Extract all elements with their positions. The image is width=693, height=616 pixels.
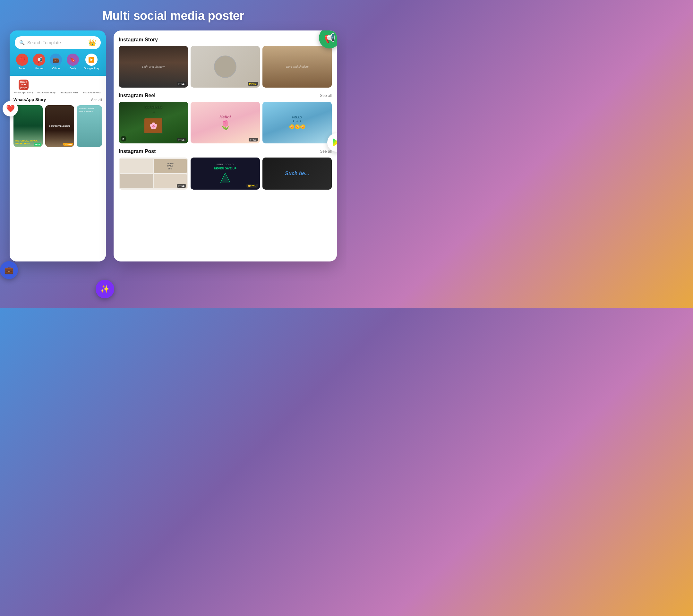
reel-thumb-3[interactable]: HELLO✧ ✧ ✧ 🌼🌼🌼 <box>262 102 332 143</box>
thumb-label-instagram-reel: Instagram Reel <box>60 91 78 94</box>
insta-story-text-1: Light and shadow <box>141 64 166 69</box>
category-tabs: ❤️ Social 📢 Market 💼 Offi <box>15 54 101 71</box>
reel-thumb-2[interactable]: Hello! 🌷 FREE <box>191 102 260 143</box>
instagram-reel-title: Instagram Reel <box>119 93 156 99</box>
page-title: Multi social media poster <box>102 9 244 23</box>
reel-badge-free-1: FREE <box>177 138 186 141</box>
wa-badge-pro-2: 👑 PRO <box>63 143 73 146</box>
instagram-reel-see-all[interactable]: See all <box>320 93 332 98</box>
instagram-story-grid: Light and shadow FREE ▶ PRO Light and sh… <box>119 46 332 87</box>
reel-tulip-icon: 🌷 <box>220 120 231 131</box>
tab-google-label: Google Play <box>84 67 99 70</box>
reel-thumb-1[interactable]: SPRING " 🌸 " ▶ FREE <box>119 102 188 143</box>
search-bar[interactable]: 🔍 Search Template 👑 <box>15 36 101 49</box>
tab-social[interactable]: ❤️ Social <box>16 54 28 70</box>
tab-office[interactable]: 💼 Office <box>50 54 62 70</box>
tab-market-label: Market <box>35 67 44 70</box>
whatsapp-thumbs-row: HISTORICAL TRACK FROM CHINA FREE COMFORT… <box>14 105 102 147</box>
reel-play-btn-1[interactable]: ▶ <box>121 136 126 141</box>
post-badge-pro-2: 👑 PRO <box>246 184 258 188</box>
insta-story-thumb-2[interactable]: ▶ PRO <box>191 46 260 87</box>
tab-market[interactable]: 📢 Market <box>33 54 45 70</box>
right-panel: 📢 Instagram Story See all <box>114 31 337 261</box>
post-script-text: Such be... <box>285 171 309 176</box>
post-thumb-1[interactable]: SHAREDAILYLIFE FREE <box>119 158 188 190</box>
search-icon: 🔍 <box>19 40 25 45</box>
post-thumb-2[interactable]: keep going NEVER GIVE UP 👑 PRO <box>191 158 260 190</box>
float-star-icon: ✨ <box>96 280 114 298</box>
wa-badge-free-1: FREE <box>34 143 41 146</box>
google-play-icon: ▶️ <box>88 57 95 63</box>
main-content: ❤️ 💼 ✨ 🔍 Search Template 👑 ❤️ <box>0 31 346 308</box>
instagram-story-title: Instagram Story <box>119 37 158 43</box>
thumb-label-instagram-story: Instagram Story <box>37 91 55 94</box>
thumb-label-whatsapp: WhatsApp Story <box>15 91 33 94</box>
search-placeholder: Search Template <box>27 40 86 45</box>
svg-marker-0 <box>333 139 337 146</box>
post-share-text: SHAREDAILYLIFE <box>167 162 174 170</box>
reel-daisy-icon: 🌼🌼🌼 <box>289 124 305 129</box>
phone-header: 🔍 Search Template 👑 ❤️ Social 📢 <box>9 31 106 76</box>
google-icon-circle: ▶️ <box>85 54 98 66</box>
tab-daily-label: Daily <box>70 67 76 70</box>
phone-body: Reachmorepeople WhatsApp Story Instagram… <box>9 76 106 261</box>
float-briefcase-icon: 💼 <box>0 261 18 279</box>
wa-thumb-2[interactable]: COMFORTABLE HOME 👑 PRO <box>45 105 75 147</box>
office-icon-circle: 💼 <box>50 54 62 66</box>
instagram-post-see-all[interactable]: See all <box>320 149 332 154</box>
instagram-story-section: Instagram Story See all Light and shadow… <box>119 37 332 87</box>
reel-hello-text: Hello! <box>219 115 231 119</box>
reel-hello-small: HELLO✧ ✧ ✧ <box>292 116 302 123</box>
template-grid-row: Reachmorepeople WhatsApp Story Instagram… <box>14 80 102 94</box>
post-never-give-up: NEVER GIVE UP <box>214 167 236 170</box>
social-icon: ❤️ <box>19 57 25 63</box>
instagram-reel-grid: SPRING " 🌸 " ▶ FREE Hello! 🌷 FREE <box>119 102 332 143</box>
insta-story-thumb-1[interactable]: Light and shadow FREE <box>119 46 188 87</box>
daily-icon: 🔖 <box>70 57 76 63</box>
thumb-label-instagram-post: Instagram Post <box>83 91 101 94</box>
tab-social-label: Social <box>18 67 26 70</box>
instagram-reel-header: Instagram Reel See all <box>119 93 332 99</box>
instagram-post-grid: SHAREDAILYLIFE FREE keep going NEVER GIV… <box>119 158 332 190</box>
wa-thumb-3[interactable]: Adhere to a belief,there is a dream... <box>77 105 102 147</box>
template-thumb-whatsapp[interactable]: Reachmorepeople <box>19 80 28 90</box>
insta-story-text-3: Light and shadow <box>284 64 310 69</box>
whatsapp-section-title: WhatsApp Story <box>14 97 46 102</box>
post-thumb-3[interactable]: Such be... <box>262 158 332 190</box>
whatsapp-see-all[interactable]: See all <box>91 98 102 102</box>
crown-icon: 👑 <box>88 39 96 46</box>
insta-story-thumb-3[interactable]: Light and shadow <box>262 46 332 87</box>
instagram-post-section: Instagram Post See all SHAREDAILYLIFE FR… <box>119 148 332 190</box>
post-badge-free-1: FREE <box>177 184 186 188</box>
tab-google-play[interactable]: ▶️ Google Play <box>84 54 99 70</box>
tab-office-label: Office <box>52 67 60 70</box>
reel-spring-text: SPRING <box>144 105 162 110</box>
daily-icon-circle: 🔖 <box>67 54 79 66</box>
market-icon: 📢 <box>36 57 42 63</box>
instagram-post-title: Instagram Post <box>119 148 156 154</box>
instagram-reel-section: Instagram Reel See all SPRING " 🌸 " ▶ FR… <box>119 93 332 143</box>
instagram-post-header: Instagram Post See all <box>119 148 332 154</box>
instagram-story-header: Instagram Story See all <box>119 37 332 43</box>
office-icon: 💼 <box>53 57 59 63</box>
wa-thumb-2-text: COMFORTABLE HOME <box>49 125 70 127</box>
tab-daily[interactable]: 🔖 Daily <box>67 54 79 70</box>
social-icon-circle: ❤️ <box>16 54 28 66</box>
wa-thumb-1[interactable]: HISTORICAL TRACK FROM CHINA FREE <box>14 105 43 147</box>
insta-story-badge-1: FREE <box>177 82 186 86</box>
phone-card: 🔍 Search Template 👑 ❤️ Social 📢 <box>9 31 106 261</box>
whatsapp-section-header: WhatsApp Story See all <box>14 97 102 102</box>
insta-story-badge-2: ▶ PRO <box>248 82 258 86</box>
reel-badge-free-2: FREE <box>249 138 258 141</box>
phone-panel: ❤️ 💼 ✨ 🔍 Search Template 👑 ❤️ <box>9 31 106 308</box>
market-icon-circle: 📢 <box>33 54 45 66</box>
float-heart-icon: ❤️ <box>3 101 18 117</box>
